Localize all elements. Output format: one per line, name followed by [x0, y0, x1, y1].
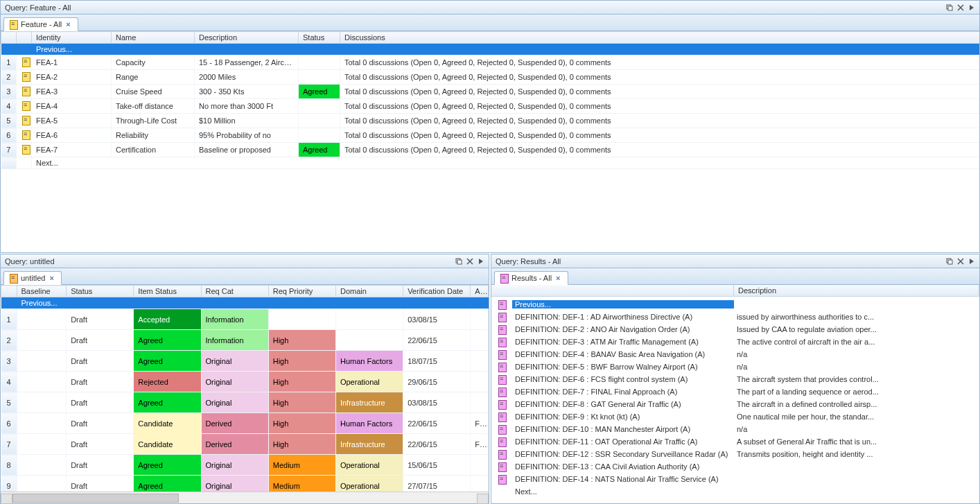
- cell-identity: FEA-2: [32, 70, 112, 85]
- row-icon: [17, 70, 32, 85]
- restore-icon[interactable]: [454, 257, 464, 266]
- list-item[interactable]: DEFINITION: DEF-2 : ANO Air Navigation O…: [491, 323, 979, 336]
- row-header: [1, 32, 17, 44]
- tab-label: Results - All: [511, 274, 552, 282]
- grid-top[interactable]: IdentityNameDescriptionStatusDiscussions…: [1, 31, 979, 252]
- document-icon: [497, 399, 507, 409]
- tree-col-blank[interactable]: [491, 285, 734, 296]
- list-item[interactable]: DEFINITION: DEF-4 : BANAV Basic Area Nav…: [491, 348, 979, 360]
- col-header[interactable]: Name: [112, 32, 195, 44]
- tree-desc: n/a: [734, 350, 979, 358]
- tab-feature-all[interactable]: Feature - All ×: [3, 17, 78, 31]
- tab-label: Feature - All: [21, 20, 62, 28]
- tab-label: untitled: [21, 274, 45, 282]
- cell-domain: Operational: [335, 476, 403, 492]
- tree-col-description[interactable]: Description: [734, 285, 979, 296]
- table-row[interactable]: 1 Draft Accepted Information 03/08/15: [1, 309, 489, 330]
- col-header[interactable]: Identity: [32, 32, 112, 44]
- tree-desc: n/a: [734, 425, 979, 433]
- cell-baseline: [17, 434, 67, 455]
- cell-description: 300 - 350 Kts: [195, 85, 299, 99]
- cell-domain: Human Factors: [335, 351, 403, 372]
- tab-untitled[interactable]: untitled ×: [3, 271, 62, 285]
- arrow-right-icon[interactable]: [967, 257, 977, 266]
- previous-row[interactable]: Previous...: [1, 297, 489, 309]
- list-item[interactable]: DEFINITION: DEF-12 : SSR Secondary Surve…: [491, 448, 979, 460]
- col-header[interactable]: Status: [299, 32, 340, 44]
- col-header[interactable]: Item Status: [134, 286, 201, 297]
- row-icon: [17, 143, 32, 157]
- cell-req-cat: Original: [201, 476, 268, 492]
- arrow-right-icon[interactable]: [967, 3, 977, 12]
- col-header[interactable]: AC▲: [471, 286, 489, 297]
- col-header[interactable]: Req Priority: [268, 286, 335, 297]
- next-row[interactable]: Next...: [491, 485, 979, 498]
- col-header[interactable]: Req Cat: [201, 286, 268, 297]
- list-item[interactable]: DEFINITION: DEF-10 : MAN Manchester Airp…: [491, 423, 979, 435]
- tab-close-icon[interactable]: ×: [64, 20, 71, 28]
- table-row[interactable]: 5 Draft Agreed Original High Infrastruct…: [1, 392, 489, 413]
- cell-ac: Fli tri: [471, 434, 489, 455]
- list-item[interactable]: DEFINITION: DEF-14 : NATS National Air T…: [491, 473, 979, 485]
- horizontal-scrollbar[interactable]: [1, 492, 489, 503]
- table-row[interactable]: 6 FEA-6 Reliability 95% Probability of n…: [1, 128, 980, 143]
- col-header[interactable]: Domain: [335, 286, 403, 297]
- cell-ac: [471, 351, 489, 372]
- tab-close-icon[interactable]: ×: [554, 274, 561, 282]
- list-item[interactable]: DEFINITION: DEF-11 : OAT Operational Air…: [491, 435, 979, 448]
- tree-desc: One nautical mile per hour, the standar.…: [734, 412, 979, 421]
- row-number: 2: [1, 330, 17, 351]
- restore-icon[interactable]: [945, 3, 954, 12]
- col-header[interactable]: Verification Date: [403, 286, 471, 297]
- list-item[interactable]: DEFINITION: DEF-6 : FCS flight control s…: [491, 373, 979, 385]
- col-header[interactable]: Discussions: [340, 32, 980, 44]
- tab-close-icon[interactable]: ×: [48, 274, 55, 282]
- close-icon[interactable]: [956, 3, 965, 12]
- arrow-right-icon[interactable]: [476, 257, 486, 266]
- previous-row[interactable]: Previous...: [1, 44, 980, 55]
- table-row[interactable]: 7 Draft Candidate Derived High Infrastru…: [1, 434, 489, 455]
- document-icon: [497, 299, 507, 309]
- tree-results[interactable]: Previous... DEFINITION: DEF-1 : AD Airwo…: [491, 297, 979, 503]
- grid-bl[interactable]: BaselineStatusItem StatusReq CatReq Prio…: [1, 285, 489, 492]
- table-row[interactable]: 3 FEA-3 Cruise Speed 300 - 350 Kts Agree…: [1, 85, 980, 99]
- previous-row[interactable]: Previous...: [491, 298, 979, 311]
- list-item[interactable]: DEFINITION: DEF-3 : ATM Air Traffic Mana…: [491, 336, 979, 348]
- table-row[interactable]: 1 FEA-1 Capacity 15 - 18 Passenger, 2 Ai…: [1, 55, 980, 70]
- document-icon: [497, 462, 507, 471]
- tab-results-all[interactable]: Results - All ×: [494, 271, 568, 285]
- list-item[interactable]: DEFINITION: DEF-5 : BWF Barrow Walney Ai…: [491, 360, 979, 373]
- table-row[interactable]: 7 FEA-7 Certification Baseline or propos…: [1, 143, 980, 157]
- table-row[interactable]: 4 Draft Rejected Original High Operation…: [1, 372, 489, 392]
- cell-req-priority: Medium: [268, 476, 335, 492]
- restore-icon[interactable]: [945, 257, 954, 266]
- table-row[interactable]: 2 FEA-2 Range 2000 Miles Total 0 discuss…: [1, 70, 980, 85]
- list-item[interactable]: DEFINITION: DEF-8 : GAT General Air Traf…: [491, 398, 979, 410]
- list-item[interactable]: DEFINITION: DEF-9 : Kt knot (kt) (A) One…: [491, 410, 979, 423]
- col-header[interactable]: Baseline: [17, 286, 67, 297]
- document-icon: [497, 449, 507, 459]
- tree-desc: A subset of General Air Traffic that is …: [734, 437, 979, 446]
- table-row[interactable]: 4 FEA-4 Take-off distance No more than 3…: [1, 99, 980, 114]
- table-row[interactable]: 8 Draft Agreed Original Medium Operation…: [1, 455, 489, 476]
- next-row[interactable]: Next...: [1, 157, 980, 169]
- list-item[interactable]: DEFINITION: DEF-1 : AD Airworthiness Dir…: [491, 311, 979, 323]
- table-row[interactable]: 9 Draft Agreed Original Medium Operation…: [1, 476, 489, 492]
- cell-verification-date: 22/06/15: [403, 330, 471, 351]
- table-row[interactable]: 2 Draft Agreed Information High 22/06/15: [1, 330, 489, 351]
- table-row[interactable]: 6 Draft Candidate Derived High Human Fac…: [1, 413, 489, 434]
- close-icon[interactable]: [956, 257, 965, 266]
- close-icon[interactable]: [465, 257, 475, 266]
- tree-label: Previous...: [512, 300, 734, 309]
- scroll-thumb[interactable]: [12, 494, 179, 503]
- table-row[interactable]: 5 FEA-5 Through-Life Cost $10 Million To…: [1, 114, 980, 128]
- col-header[interactable]: Status: [67, 286, 134, 297]
- row-number: 7: [1, 143, 17, 157]
- table-row[interactable]: 3 Draft Agreed Original High Human Facto…: [1, 351, 489, 372]
- cell-req-priority: High: [268, 330, 335, 351]
- list-item[interactable]: DEFINITION: DEF-7 : FINAL Final Approach…: [491, 385, 979, 398]
- row-number: 1: [1, 55, 17, 70]
- list-item[interactable]: DEFINITION: DEF-13 : CAA Civil Aviation …: [491, 460, 979, 473]
- col-header[interactable]: Description: [195, 32, 299, 44]
- document-icon: [21, 57, 30, 67]
